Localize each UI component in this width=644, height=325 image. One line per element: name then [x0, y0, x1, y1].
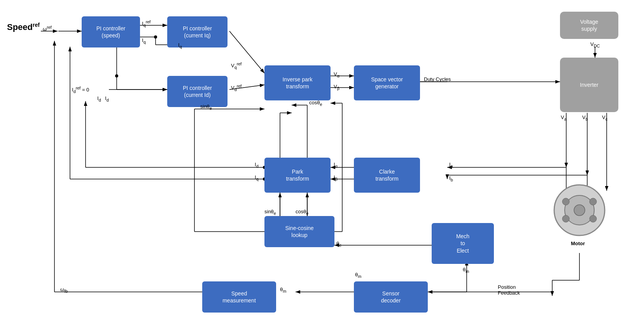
id-park-label: Id — [255, 162, 259, 169]
svg-point-63 — [590, 198, 597, 205]
svg-point-10 — [115, 74, 118, 77]
i-alpha-label: Iα — [334, 162, 338, 169]
sensor-decoder-block: Sensordecoder — [354, 281, 428, 313]
iq-park-label: Iq — [255, 174, 259, 181]
ia-label: Ia — [449, 162, 453, 169]
duty-cycles-label: Duty Cycles — [424, 76, 451, 82]
vd-ref-label: Vdref — [231, 84, 242, 92]
svg-point-65 — [590, 215, 597, 222]
mech-to-elect-block: MechtoElect — [432, 223, 494, 264]
inverter-block: Inverter — [560, 58, 618, 112]
iq-feedback-label: Iq — [178, 42, 182, 49]
svg-point-56 — [154, 35, 157, 39]
pi-id-block: PI controller(current Id) — [167, 76, 228, 107]
speed-ref-label: Speedref — [7, 22, 40, 32]
space-vector-block: Space vectorgenerator — [354, 65, 420, 100]
theta-m-top-label: θm — [463, 267, 469, 274]
va-label: Va — [561, 114, 567, 121]
vdc-label: VDC — [590, 41, 600, 48]
park-block: Parktransform — [264, 158, 331, 193]
theta-m-mid-label: θm — [280, 286, 286, 293]
sine-cosine-block: Sine-cosinelookup — [264, 216, 334, 247]
v-beta-label: Vβ — [334, 84, 340, 91]
voltage-supply-block: Voltagesupply — [560, 12, 618, 39]
iq-label-top: Iq — [142, 37, 146, 44]
motor-label: Motor — [571, 241, 585, 246]
cos-theta-e-bot-label: cosθe — [296, 209, 309, 216]
svg-point-64 — [562, 215, 569, 222]
id-label-left: Id — [105, 95, 109, 102]
vc-label: Vc — [602, 114, 607, 121]
speed-measurement-block: Speedmeasurement — [202, 281, 276, 313]
omega-ref-label: ωref — [43, 25, 52, 32]
pi-speed-block: PI controller(speed) — [82, 16, 140, 47]
ib-label: Ib — [449, 175, 453, 182]
iq-ref-label: Iqref — [142, 19, 150, 28]
diagram-container: Speedref ωref PI controller(speed) Iqref… — [0, 0, 644, 325]
svg-point-62 — [562, 198, 569, 205]
inverse-park-block: Inverse parktransform — [264, 65, 331, 100]
vb-label: Vb — [582, 114, 588, 121]
clarke-block: Clarketransform — [354, 158, 420, 193]
theta-m-bot-label: θm — [355, 272, 361, 279]
omega-fb-label: ωfb — [60, 286, 68, 293]
cos-theta-e-top-label: cosθe — [309, 100, 322, 107]
vq-ref-label: Vqref — [231, 61, 242, 70]
sin-theta-e-bot-label: sinθe — [264, 209, 276, 216]
svg-point-61 — [574, 205, 585, 216]
v-alpha-label: Vα — [334, 71, 340, 78]
theta-e-label: θe — [336, 241, 341, 248]
id-ref-label: Idref = 0 — [72, 86, 89, 94]
i-beta-label: Iβ — [334, 174, 338, 181]
id-feedback-label: Id — [97, 95, 101, 102]
motor-icon — [552, 183, 607, 237]
sin-theta-e-top-label: sinθe — [200, 104, 212, 111]
position-feedback-label: PositionFeedback — [498, 284, 520, 296]
pi-iq-block: PI controller(current Iq) — [167, 16, 228, 47]
